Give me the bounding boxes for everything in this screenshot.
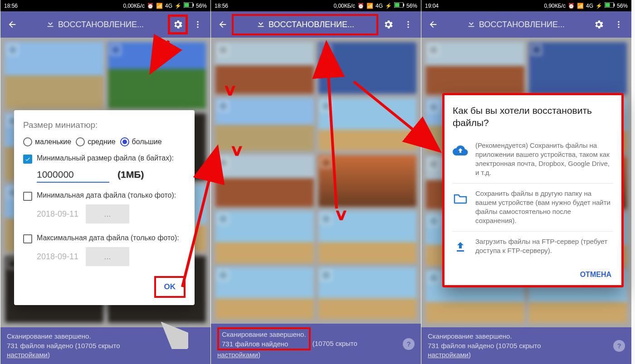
footer-settings-link[interactable]: настройками	[217, 351, 258, 359]
settings-button[interactable]	[378, 15, 398, 34]
dialog-heading: Как бы вы хотели восстановить файлы?	[453, 104, 613, 129]
min-size-input[interactable]	[37, 167, 109, 183]
back-button[interactable]	[3, 15, 21, 34]
battery-icon	[394, 2, 404, 9]
svg-line-23	[165, 325, 186, 347]
thumbnail[interactable]	[318, 155, 417, 207]
help-button[interactable]: ?	[403, 338, 415, 350]
network-label: 4G	[376, 3, 383, 9]
thumbnail[interactable]	[215, 211, 314, 263]
svg-point-5	[197, 26, 198, 28]
min-date-picker-button[interactable]: ...	[86, 204, 129, 223]
cancel-button[interactable]: ОТМЕНА	[572, 265, 620, 284]
appbar-title[interactable]: ВОССТАНОВЛЕНИЕ...	[232, 14, 378, 35]
alarm-icon: ⏰	[568, 3, 575, 9]
thumbnail[interactable]	[318, 211, 417, 263]
battery-pct: 56%	[617, 3, 628, 9]
footer-found: 731 файлов найдено	[7, 342, 73, 349]
thumbnail[interactable]	[426, 42, 524, 95]
download-icon	[45, 19, 55, 31]
status-speed: 0,00КБ/с	[333, 3, 355, 9]
restore-option-ftp[interactable]: Загрузить файлы на FTP-сервер (требует д…	[453, 232, 613, 261]
min-size-hint: (1МБ)	[117, 169, 144, 180]
footer-settings-link[interactable]: настройками	[7, 351, 48, 359]
help-button[interactable]: ?	[613, 340, 625, 352]
restore-option-folder[interactable]: Сохранить файлы в другую папку на вашем …	[453, 184, 613, 232]
status-time: 19:04	[425, 3, 439, 9]
thumbnail[interactable]	[215, 155, 314, 207]
thumbnail-size-dialog: Размер миниатюр: маленькие средние больш…	[14, 110, 195, 305]
footer-found: 731 файлов найдено	[222, 340, 288, 348]
battery-icon	[184, 2, 194, 9]
restore-option-cloud[interactable]: (Рекомендуется) Сохранить файлы на прило…	[453, 136, 613, 184]
cursor-arrow-icon	[161, 322, 188, 349]
alarm-icon: ⏰	[147, 3, 154, 9]
status-speed: 0,00КБ/с	[123, 3, 145, 9]
charging-icon: ⚡	[385, 3, 392, 9]
ok-button[interactable]: OK	[156, 278, 184, 296]
checkbox-min-date[interactable]	[23, 192, 32, 201]
status-time: 18:56	[4, 3, 18, 9]
svg-point-10	[407, 24, 409, 25]
status-footer: Сканирование завершено. 731 файлов найде…	[211, 324, 421, 364]
radio-large[interactable]: большие	[120, 137, 162, 146]
thumbnail[interactable]	[215, 267, 314, 319]
check-mark-icon: ∨	[230, 141, 244, 159]
charging-icon: ⚡	[175, 3, 181, 9]
settings-button[interactable]	[589, 15, 609, 34]
overflow-menu-button[interactable]	[398, 15, 418, 34]
back-button[interactable]	[214, 15, 232, 34]
download-icon	[256, 19, 266, 31]
svg-rect-8	[403, 4, 404, 6]
thumbnail[interactable]	[318, 267, 417, 319]
max-date-picker-button[interactable]: ...	[86, 247, 129, 266]
svg-point-3	[197, 21, 198, 23]
upload-icon	[453, 239, 468, 254]
restore-method-dialog: Как бы вы хотели восстановить файлы? (Ре…	[442, 93, 624, 287]
folder-icon	[453, 191, 468, 206]
status-bar: 19:04 0,90КБ/с ⏰ 📶 4G ⚡ 56%	[421, 0, 631, 11]
battery-pct: 56%	[406, 3, 417, 9]
appbar-title[interactable]: ВОССТАНОВЛЕНИЕ...	[21, 19, 168, 31]
checkbox-max-date[interactable]	[23, 234, 32, 243]
max-date-value: 2018-09-11	[37, 252, 78, 262]
checkbox-min-size[interactable]	[23, 155, 32, 164]
app-bar: ВОССТАНОВЛЕНИЕ...	[211, 11, 421, 38]
svg-rect-13	[605, 3, 610, 7]
min-date-label: Минимальная дата файла (только фото):	[37, 191, 176, 200]
svg-point-9	[407, 21, 409, 23]
app-bar: ВОССТАНОВЛЕНИЕ...	[421, 11, 631, 38]
dialog-heading: Размер миниатюр:	[23, 120, 186, 130]
min-size-label: Минимальный размер файла (в байтах):	[37, 154, 174, 163]
status-time: 18:56	[215, 3, 228, 9]
check-mark-icon: ∨	[223, 81, 238, 99]
svg-point-16	[618, 24, 619, 25]
back-button[interactable]	[424, 15, 442, 34]
status-speed: 0,90КБ/с	[544, 3, 566, 9]
network-label: 4G	[586, 3, 593, 9]
gallery-content: ∨ ∨ ∨	[211, 38, 421, 324]
wifi-icon: 📶	[366, 3, 373, 9]
phone-screenshot-1: 18:56 0,00КБ/с ⏰ 📶 4G ⚡ 56% ВОССТАНОВЛЕН…	[0, 0, 210, 364]
footer-found: 731 файлов найдено	[428, 342, 494, 349]
charging-icon: ⚡	[596, 3, 602, 9]
thumbnail[interactable]	[318, 98, 417, 150]
svg-rect-2	[193, 4, 194, 6]
thumbnail[interactable]	[108, 42, 206, 109]
footer-settings-link[interactable]: настройками	[428, 351, 469, 359]
overflow-menu-button[interactable]	[609, 15, 629, 34]
appbar-title[interactable]: ВОССТАНОВЛЕНИЕ...	[442, 19, 589, 31]
thumbnail[interactable]	[5, 42, 103, 109]
svg-point-4	[197, 24, 198, 25]
download-icon	[466, 19, 476, 31]
radio-small[interactable]: маленькие	[23, 137, 71, 146]
status-bar: 18:56 0,00КБ/с ⏰ 📶 4G ⚡ 56%	[211, 0, 421, 11]
thumbnail[interactable]	[318, 42, 417, 94]
check-mark-icon: ∨	[334, 205, 349, 223]
thumbnail[interactable]	[529, 42, 627, 95]
footer-line1: Сканирование завершено.	[428, 332, 625, 341]
overflow-menu-button[interactable]	[188, 15, 208, 34]
settings-button[interactable]	[168, 15, 188, 34]
svg-rect-7	[395, 3, 399, 7]
radio-medium[interactable]: средние	[76, 137, 115, 146]
